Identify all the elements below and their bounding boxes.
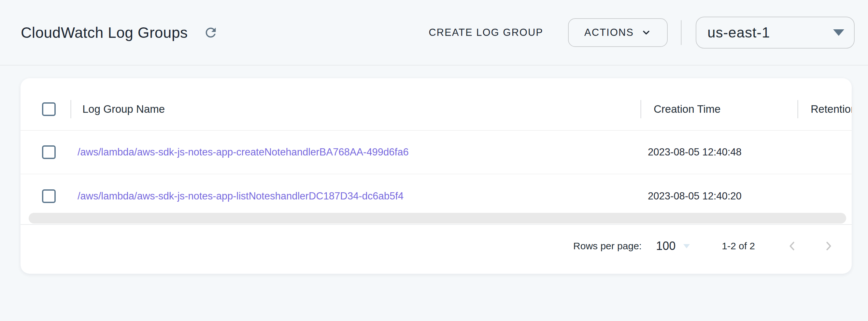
page-title: CloudWatch Log Groups (21, 24, 188, 41)
previous-page-button[interactable] (785, 239, 799, 253)
column-separator (70, 100, 71, 118)
region-select-value: us-east-1 (707, 24, 770, 41)
chevron-left-icon (785, 239, 799, 253)
actions-button[interactable]: ACTIONS (568, 18, 668, 47)
select-all-checkbox[interactable] (42, 102, 56, 116)
column-header-label: Retention (811, 103, 852, 115)
next-page-button[interactable] (822, 239, 836, 253)
rows-per-page-select[interactable]: 100 (656, 239, 690, 253)
pagination-range-label: 1-2 of 2 (722, 240, 755, 252)
rows-per-page-value: 100 (656, 239, 676, 253)
refresh-icon (203, 25, 218, 40)
toolbar-divider (681, 20, 682, 45)
row-checkbox-cell (21, 189, 70, 203)
creation-time-value: 2023-08-05 12:40:48 (648, 146, 742, 158)
log-groups-card: Log Group Name Creation Time Retention /… (21, 78, 852, 274)
column-header-label: Log Group Name (83, 103, 165, 115)
column-separator (797, 100, 798, 118)
row-checkbox-cell (21, 145, 70, 159)
log-group-name-cell: /aws/lambda/aws-sdk-js-notes-app-createN… (70, 146, 640, 158)
chevron-right-icon (822, 239, 836, 253)
table-header-row: Log Group Name Creation Time Retention (21, 78, 852, 131)
caret-down-icon (683, 244, 690, 248)
header-cell-retention[interactable]: Retention (797, 100, 852, 118)
header-cell-creation-time[interactable]: Creation Time (640, 100, 797, 118)
create-log-group-button[interactable]: CREATE LOG GROUP (429, 27, 543, 38)
row-checkbox[interactable] (42, 189, 56, 203)
app-bar: CloudWatch Log Groups CREATE LOG GROUP A… (0, 0, 868, 65)
log-group-name-cell: /aws/lambda/aws-sdk-js-notes-app-listNot… (70, 190, 640, 202)
creation-time-cell: 2023-08-05 12:40:20 (640, 190, 797, 202)
caret-down-icon (833, 29, 844, 36)
creation-time-value: 2023-08-05 12:40:20 (648, 190, 742, 202)
header-cell-name[interactable]: Log Group Name (70, 100, 640, 118)
column-header-label: Creation Time (654, 103, 720, 115)
log-group-link[interactable]: /aws/lambda/aws-sdk-js-notes-app-listNot… (78, 190, 404, 202)
pagination-footer: Rows per page: 100 1-2 of 2 (21, 224, 852, 274)
region-select[interactable]: us-east-1 (696, 17, 855, 49)
refresh-button[interactable] (202, 24, 219, 41)
actions-button-label: ACTIONS (584, 27, 634, 38)
header-checkbox-cell (21, 102, 70, 116)
horizontal-scrollbar[interactable] (29, 213, 846, 224)
log-group-link[interactable]: /aws/lambda/aws-sdk-js-notes-app-createN… (78, 146, 409, 158)
creation-time-cell: 2023-08-05 12:40:48 (640, 146, 797, 158)
table-row[interactable]: /aws/lambda/aws-sdk-js-notes-app-listNot… (21, 174, 852, 218)
rows-per-page-label: Rows per page: (573, 240, 642, 252)
column-separator (640, 100, 641, 118)
table-row[interactable]: /aws/lambda/aws-sdk-js-notes-app-createN… (21, 131, 852, 174)
row-checkbox[interactable] (42, 145, 56, 159)
chevron-down-icon (641, 27, 651, 38)
